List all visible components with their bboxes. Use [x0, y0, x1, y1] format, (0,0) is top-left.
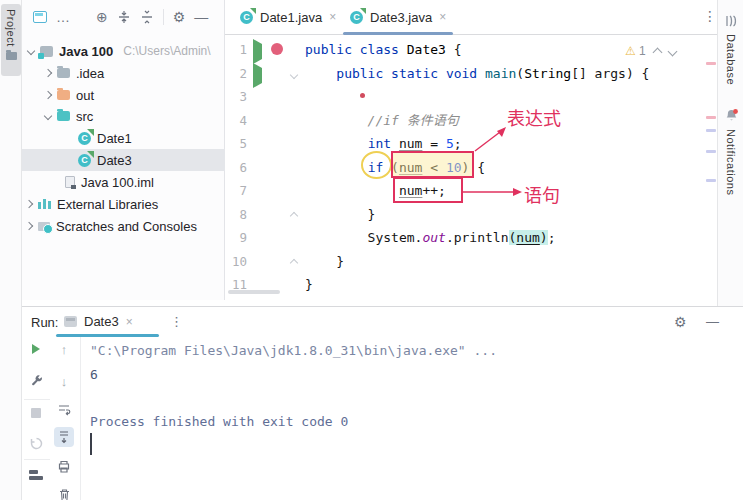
tree-item-scratches[interactable]: Scratches and Consoles	[22, 215, 225, 237]
print-button[interactable]	[54, 457, 74, 477]
chevron-right-icon[interactable]	[44, 69, 52, 77]
database-icon	[724, 14, 738, 28]
run-settings-gear-icon[interactable]: ⚙	[674, 314, 687, 330]
line-number: 7	[225, 179, 247, 203]
run-toolbar-divider	[80, 337, 81, 500]
chevron-right-icon[interactable]	[25, 200, 33, 208]
active-run-tab-underline	[56, 334, 159, 337]
project-view-icon[interactable]	[33, 11, 47, 23]
tool-window-database-button[interactable]: Database	[718, 14, 743, 85]
left-tool-strip: Project	[0, 0, 22, 500]
hscrollbar-thumb[interactable]	[228, 290, 280, 294]
hide-panel-icon[interactable]: —	[194, 10, 208, 24]
close-run-tab-icon[interactable]: ×	[126, 315, 133, 329]
collapse-all-icon[interactable]	[140, 10, 154, 24]
restore-layout-button[interactable]	[26, 465, 46, 485]
console-command-line: "C:\Program Files\Java\jdk1.8.0_31\bin\j…	[90, 343, 497, 358]
code-line[interactable]: }	[305, 203, 375, 227]
line-number: 2	[225, 62, 247, 86]
tree-item-external-libraries[interactable]: External Libraries	[22, 193, 225, 215]
project-panel: … ⊕ ⚙ — Java 100 C:\Users\Admin\ .idea	[22, 0, 225, 300]
fold-marker[interactable]	[290, 212, 298, 220]
editor-area: C Date1.java × C Date3.java × ⋮ ⚠ 1	[225, 0, 717, 300]
annotation-red-dot	[360, 93, 365, 98]
stripe-mark[interactable]	[706, 116, 716, 119]
tab-options-icon[interactable]: ⋮	[703, 8, 717, 24]
run-class-button[interactable]	[253, 44, 262, 59]
down-stack-trace-button[interactable]: ↓	[54, 371, 74, 391]
editor-tabbar: C Date1.java × C Date3.java × ⋮	[225, 0, 717, 35]
scroll-to-end-icon	[57, 430, 71, 444]
stop-button[interactable]	[26, 403, 46, 423]
soft-wrap-icon	[57, 402, 71, 416]
code-line[interactable]: }	[305, 250, 344, 274]
more-options-icon[interactable]: …	[56, 10, 70, 24]
java-class-icon: C	[240, 11, 253, 24]
tree-item-date3-selected[interactable]: C Date3	[22, 149, 225, 171]
stripe-mark[interactable]	[706, 179, 716, 182]
breakpoint-dot[interactable]	[271, 43, 283, 55]
chevron-down-icon[interactable]	[27, 47, 35, 55]
up-stack-trace-button[interactable]: ↑	[54, 339, 74, 359]
stripe-mark[interactable]	[706, 150, 716, 153]
java-class-icon: C	[78, 132, 91, 145]
expand-all-icon[interactable]	[117, 10, 131, 24]
tree-item-src[interactable]: src	[22, 105, 225, 127]
chevron-down-icon[interactable]	[44, 112, 52, 120]
warning-icon: ⚠	[625, 44, 636, 58]
soft-wrap-button[interactable]	[54, 399, 74, 419]
locate-file-icon[interactable]: ⊕	[96, 10, 108, 24]
inspection-widget[interactable]: ⚠ 1	[625, 44, 676, 58]
edit-configuration-button[interactable]	[26, 371, 46, 391]
settings-gear-icon[interactable]: ⚙	[173, 10, 186, 24]
code-line[interactable]: public static void main(String[] args) {	[305, 62, 649, 86]
chevron-right-icon[interactable]	[25, 222, 33, 230]
rerun-button[interactable]	[26, 339, 46, 359]
run-title: Run:	[31, 315, 58, 330]
tree-item-date1[interactable]: C Date1	[22, 127, 225, 149]
module-icon	[40, 46, 53, 57]
line-number: 9	[225, 226, 247, 250]
next-issue-icon[interactable]	[667, 46, 677, 56]
clear-console-button[interactable]	[54, 485, 74, 500]
tree-item-java100[interactable]: Java 100 C:\Users\Admin\	[22, 40, 225, 62]
tree-item-out[interactable]: out	[22, 84, 225, 106]
close-tab-icon[interactable]: ×	[329, 10, 336, 24]
fold-marker[interactable]	[290, 259, 298, 267]
tree-item-iml[interactable]: Java 100.iml	[22, 171, 225, 193]
scratches-icon	[38, 222, 50, 231]
tab-date3-active[interactable]: C Date3.java ×	[341, 0, 455, 34]
trash-icon	[58, 488, 71, 500]
tab-label: Date3.java	[370, 10, 432, 25]
close-tab-icon[interactable]: ×	[439, 10, 446, 24]
attach-debugger-button[interactable]	[26, 433, 46, 453]
annotation-ellipse-if	[361, 151, 392, 179]
code-line[interactable]: System.out.println(num);	[305, 226, 555, 250]
console-caret[interactable]	[90, 433, 92, 455]
run-tab-options-icon[interactable]: ⋮	[170, 314, 183, 329]
run-tab-date3[interactable]: Date3 ×	[56, 307, 141, 336]
stripe-mark[interactable]	[706, 62, 716, 65]
tree-item-idea[interactable]: .idea	[22, 62, 225, 84]
run-main-button[interactable]	[253, 68, 262, 83]
module-file-icon	[65, 176, 75, 188]
bell-icon	[724, 108, 739, 123]
console-output-value: 6	[90, 367, 98, 382]
tool-window-project-button[interactable]: Project	[1, 4, 21, 76]
scroll-to-end-button[interactable]	[54, 427, 74, 447]
code-line[interactable]: }	[305, 273, 313, 297]
tab-date1[interactable]: C Date1.java ×	[231, 0, 345, 34]
hide-run-panel-icon[interactable]: —	[706, 314, 719, 329]
chevron-right-icon[interactable]	[44, 91, 52, 99]
prev-issue-icon[interactable]	[652, 48, 662, 58]
code-line[interactable]: public class Date3 {	[305, 38, 462, 62]
console-exit-message: Process finished with exit code 0	[90, 414, 348, 429]
code-line[interactable]: //if 条件语句	[305, 109, 459, 133]
annotation-box-statement	[393, 177, 463, 203]
stripe-mark[interactable]	[706, 129, 716, 132]
tool-window-notifications-button[interactable]: Notifications	[718, 108, 743, 195]
fold-marker[interactable]	[290, 71, 298, 79]
warning-count: 1	[639, 44, 646, 58]
console-icon	[64, 316, 77, 327]
annotation-statement-label: 语句	[524, 181, 560, 207]
